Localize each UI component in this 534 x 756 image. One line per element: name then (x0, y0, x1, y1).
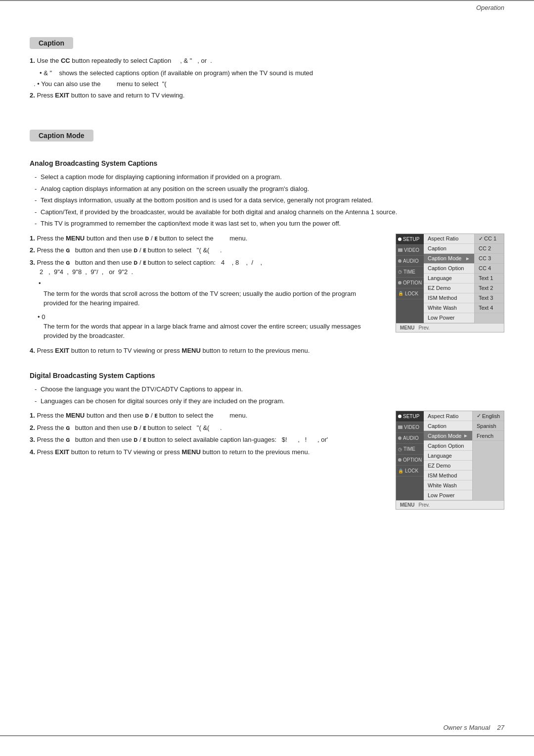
analog-dash-list: Select a caption mode for displaying cap… (35, 172, 504, 229)
analog-bullet-1: The term for the words that scroll acros… (30, 280, 381, 308)
tv-menu-1-footer: MENU Prev. (396, 323, 504, 332)
menu-low-power: Low Power (424, 313, 474, 323)
menu-caption: Caption (424, 244, 474, 254)
menu2-caption: Caption (424, 421, 472, 431)
sidebar-time: ◷ TIME (396, 267, 424, 278)
video-icon (398, 248, 402, 252)
caption-sub-note: . • You can also use the menu to select … (30, 79, 504, 89)
analog-steps-container: 1. Press the MENU button and then use ᴅ … (30, 234, 504, 358)
setup2-icon (398, 415, 401, 418)
page-number: 27 (497, 724, 504, 731)
digital-heading: Digital Broadcasting System Captions (30, 372, 504, 379)
dash-item-1: Select a caption mode for displaying cap… (35, 172, 504, 182)
menu2-aspect-ratio: Aspect Ratio (424, 411, 472, 421)
sidebar-video: VIDEO (396, 245, 424, 256)
sidebar-option: OPTION (396, 278, 424, 288)
tv-sidebar-analog: SETUP VIDEO AUDIO (396, 234, 424, 323)
submenu-english: English (473, 411, 504, 421)
tv-menu-2-footer: MENU Prev. (396, 500, 504, 509)
digital-step-1: 1. Press the MENU button and then use ᴅ … (30, 411, 381, 421)
tv-submenu-digital: English Spanish French (472, 411, 504, 500)
analog-heading: Analog Broadcasting System Captions (30, 159, 504, 167)
menu2-caption-option: Caption Option (424, 441, 472, 451)
sidebar2-lock: 🔒 LOCK (396, 466, 424, 476)
digital-step-3: 3. Press the ɢ button and then use ᴅ / ᴇ… (30, 435, 381, 445)
menu-ez-demo: EZ Demo (424, 284, 474, 293)
tv-main-items-digital: Aspect Ratio Caption Caption Mode► Capti… (424, 411, 472, 500)
analog-step-1: 1. Press the MENU button and then use ᴅ … (30, 234, 381, 243)
menu2-caption-mode: Caption Mode► (424, 431, 472, 441)
caption-section: Caption 1. Use the CC button repeatedly … (30, 28, 504, 100)
bottom-bar: Owner s Manual 27 (0, 720, 534, 736)
submenu-french: French (473, 431, 504, 441)
submenu-text1: Text 1 (475, 274, 504, 284)
submenu-text2: Text 2 (475, 284, 504, 293)
time2-icon: ◷ (398, 447, 402, 452)
digital-dash-list: Choose the language you want the DTV/CAD… (35, 384, 504, 406)
caption-step-2: 2. Press EXIT button to save and return … (30, 91, 504, 100)
caption-bullet-1: • & " shows the selected captions option… (30, 68, 504, 78)
digital-dash-2: Languages can be chosen for digital sour… (35, 396, 504, 406)
digital-step-4: 4. Press EXIT button to return to TV vie… (30, 447, 381, 457)
digital-dash-1: Choose the language you want the DTV/CAD… (35, 384, 504, 394)
tv-menu-2: SETUP VIDEO AUDIO (396, 411, 504, 510)
menu-aspect-ratio: Aspect Ratio (424, 234, 474, 244)
analog-steps-text: 1. Press the MENU button and then use ᴅ … (30, 234, 381, 358)
sidebar-lock: 🔒 LOCK (396, 288, 424, 299)
submenu-cc3: CC 3 (475, 254, 504, 264)
submenu-text4: Text 4 (475, 303, 504, 313)
sidebar-setup: SETUP (396, 234, 424, 245)
analog-step-2: 2. Press the ɢ button and then use ᴅ / ᴇ… (30, 245, 381, 255)
setup-icon (398, 237, 401, 241)
analog-bullet-2: • 0 The term for the words that appear i… (30, 313, 381, 341)
audio2-icon (398, 436, 401, 440)
menu-caption-option: Caption Option (424, 264, 474, 274)
menu-ism: ISM Method (424, 293, 474, 303)
menu2-ez-demo: EZ Demo (424, 461, 472, 471)
owners-manual-label: Owner s Manual (443, 724, 490, 731)
menu-language: Language (424, 274, 474, 284)
dash-item-4: Caption/Text, if provided by the broadca… (35, 207, 504, 217)
lock2-icon: 🔒 (398, 469, 403, 473)
sidebar-audio: AUDIO (396, 256, 424, 267)
top-bar: Operation (0, 0, 534, 14)
audio-icon (398, 259, 401, 263)
submenu-cc4: CC 4 (475, 264, 504, 274)
sidebar2-option: OPTION (396, 455, 424, 466)
tv-submenu-analog: CC 1 CC 2 CC 3 CC 4 Text 1 Text 2 Text 3… (474, 234, 504, 323)
tv-sidebar-digital: SETUP VIDEO AUDIO (396, 411, 424, 500)
digital-steps-container: 1. Press the MENU button and then use ᴅ … (30, 411, 504, 510)
dash-item-3: Text displays information, usually at th… (35, 195, 504, 205)
sidebar2-video: VIDEO (396, 422, 424, 433)
caption-mode-label: Caption Mode (30, 130, 93, 142)
lock-icon: 🔒 (398, 291, 403, 296)
tv-menu-1: SETUP VIDEO AUDIO (396, 234, 504, 358)
footer-text: Owner s Manual 27 (443, 724, 504, 731)
caption-mode-section: Caption Mode Analog Broadcasting System … (30, 116, 504, 510)
menu-white-wash: White Wash (424, 303, 474, 313)
sidebar2-setup: SETUP (396, 411, 424, 422)
menu2-low-power: Low Power (424, 490, 472, 500)
page: Operation Caption 1. Use the CC button r… (0, 0, 534, 756)
tv-menu-analog: SETUP VIDEO AUDIO (396, 234, 504, 332)
submenu-text3: Text 3 (475, 293, 504, 303)
menu2-language: Language (424, 451, 472, 461)
menu2-ism: ISM Method (424, 471, 472, 480)
option2-icon (398, 458, 401, 462)
digital-steps-text: 1. Press the MENU button and then use ᴅ … (30, 411, 381, 510)
analog-bullet-2-text: The term for the words that appear in a … (30, 322, 381, 341)
submenu-cc2: CC 2 (475, 244, 504, 254)
analog-step-3: 3. Press the ɢ button and then use ᴅ / ᴇ… (30, 258, 381, 277)
time-icon: ◷ (398, 269, 402, 274)
analog-step-4: 4. Press EXIT button to return to TV vie… (30, 346, 381, 356)
content-area: Caption 1. Use the CC button repeatedly … (0, 14, 534, 549)
tv-menu-digital: SETUP VIDEO AUDIO (396, 411, 504, 510)
submenu-cc1: CC 1 (475, 234, 504, 244)
submenu-spanish: Spanish (473, 421, 504, 431)
dash-item-5: This TV is programmed to remember the ca… (35, 219, 504, 229)
sidebar2-audio: AUDIO (396, 433, 424, 444)
section-label: Operation (476, 4, 504, 11)
dash-item-2: Analog caption displays information at a… (35, 184, 504, 194)
menu2-white-wash: White Wash (424, 480, 472, 490)
digital-step-2: 2. Press the ɢ button and then use ᴅ / ᴇ… (30, 423, 381, 433)
